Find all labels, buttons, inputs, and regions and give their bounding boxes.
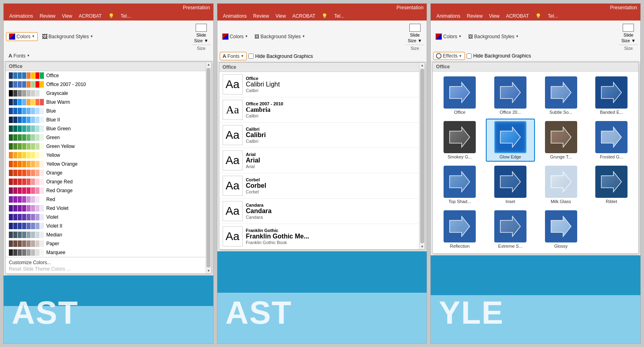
menu-tel-1[interactable]: Tel... — [118, 12, 133, 20]
colors-panel: Presentation Animations Review View ACRO… — [3, 3, 214, 344]
colors-button[interactable]: Colors ▼ — [6, 32, 38, 41]
menu-tel-3[interactable]: Tel... — [545, 12, 560, 20]
font-item[interactable]: AaArialArialArial — [219, 148, 425, 173]
effect-item[interactable]: Glossy — [537, 208, 586, 251]
color-item[interactable]: Orange Red — [6, 177, 211, 186]
scroll-up-1[interactable]: ▲ — [206, 62, 211, 67]
effect-item[interactable]: Banded E... — [587, 74, 636, 117]
effect-item[interactable]: Office 20... — [486, 74, 535, 117]
font-item[interactable]: AaFranklin GothicFranklin Gothic Me...Fr… — [219, 224, 425, 249]
color-item[interactable]: Red — [6, 195, 211, 204]
colors-button-2[interactable]: Colors ▼ — [220, 33, 251, 41]
effect-item[interactable]: Extreme S... — [486, 208, 535, 251]
color-item[interactable]: Marquee — [6, 248, 211, 257]
background-styles-button-3[interactable]: 🖼 Background Styles ▼ — [466, 33, 521, 40]
effect-item[interactable]: Inset — [486, 163, 535, 206]
title-bar-3: Presentation — [431, 4, 640, 12]
effect-item[interactable]: Riblet — [587, 163, 636, 206]
fonts-arrow-active: ▼ — [241, 54, 244, 58]
color-item[interactable]: Yellow — [6, 151, 211, 160]
hide-bg-checkbox-3[interactable] — [466, 53, 472, 59]
effect-thumbnail — [595, 166, 627, 198]
color-item[interactable]: Violet II — [6, 222, 211, 230]
effect-item[interactable]: Grunge T... — [537, 119, 586, 162]
slide-size-section: Slide Size ▼ Size — [192, 22, 211, 51]
font-item[interactable]: AaOffice 2007 - 2010CambriaCalibri — [219, 97, 425, 123]
effect-item[interactable]: Smokey G... — [435, 119, 484, 162]
color-item[interactable]: Red Orange — [6, 186, 211, 195]
color-item[interactable]: Office — [6, 71, 211, 80]
hide-bg-checkbox-2[interactable] — [248, 53, 254, 59]
effect-item[interactable]: Top Shad... — [435, 163, 484, 206]
effect-label: Inset — [506, 199, 515, 204]
color-item[interactable]: Red Violet — [6, 204, 211, 213]
effect-item[interactable]: Glow Edge — [486, 119, 535, 162]
color-item-name: Yellow Orange — [46, 161, 78, 167]
scroll-down-1[interactable]: ▼ — [206, 268, 211, 273]
color-item[interactable]: Green Yellow — [6, 142, 211, 151]
menu-view-3[interactable]: View — [487, 12, 502, 20]
slide-size-button[interactable]: Slide Size ▼ — [192, 22, 211, 45]
colors-button-3[interactable]: Colors ▼ — [433, 33, 464, 41]
effect-item[interactable]: Frosted G... — [587, 119, 636, 162]
menu-view-1[interactable]: View — [60, 12, 75, 20]
font-info: Franklin GothicFranklin Gothic Me...Fran… — [246, 228, 309, 245]
menu-view-2[interactable]: View — [273, 12, 288, 20]
slide-size-label2: Size ▼ — [194, 38, 208, 43]
slide-size-button-3[interactable]: Slide Size ▼ — [619, 22, 638, 45]
title-bar-1: Presentation — [4, 4, 213, 12]
menu-animations-1[interactable]: Animations — [7, 12, 35, 20]
color-item[interactable]: Green — [6, 133, 211, 142]
font-item[interactable]: AaCandaraCandaraCandara — [219, 199, 425, 224]
background-styles-button[interactable]: 🖼 Background Styles ▼ — [39, 33, 96, 41]
effects-button-active[interactable]: Effects ▼ — [433, 52, 464, 60]
font-item[interactable]: AaCorbelCorbelCorbel — [219, 173, 425, 199]
color-item[interactable]: Paper — [6, 239, 211, 248]
color-item[interactable]: Blue Green — [6, 124, 211, 133]
effect-label: Grunge T... — [550, 154, 572, 159]
color-item[interactable]: Blue — [6, 107, 211, 115]
color-item[interactable]: Median — [6, 230, 211, 239]
menu-review-3[interactable]: Review — [464, 12, 485, 20]
size-section-label-2: Size — [405, 45, 424, 51]
effect-item[interactable]: Milk Glass — [537, 163, 586, 206]
scroll-up-2[interactable]: ▲ — [420, 63, 425, 68]
font-item[interactable]: AaOfficeCalibri LightCalibri — [219, 72, 425, 97]
font-item[interactable]: AaCalibriCalibriCalibri — [219, 123, 425, 148]
menu-acrobat-1[interactable]: ACROBAT — [76, 12, 104, 20]
effect-item[interactable]: Office — [435, 74, 484, 117]
menu-review-2[interactable]: Review — [251, 12, 271, 20]
color-item[interactable]: Yellow Orange — [6, 160, 211, 168]
color-item[interactable]: Violet — [6, 213, 211, 222]
menu-review-1[interactable]: Review — [37, 12, 58, 20]
menu-tel-2[interactable]: Tel... — [332, 12, 347, 20]
svg-marker-9 — [500, 172, 520, 192]
effect-item[interactable]: Reflection — [435, 208, 484, 251]
fonts-button-1[interactable]: A Fonts ▼ — [6, 52, 32, 60]
color-item[interactable]: Office 2007 - 2010 — [6, 80, 211, 89]
effect-thumbnail — [444, 76, 476, 109]
color-item[interactable]: Blue Warm — [6, 98, 211, 107]
effect-item[interactable]: Subtle So... — [537, 74, 586, 117]
scrollbar-2[interactable]: ▲ ▼ — [419, 63, 425, 249]
menu-acrobat-3[interactable]: ACROBAT — [504, 12, 531, 20]
ribbon-row2-1: A Fonts ▼ — [6, 52, 211, 60]
more-link[interactable]: ... — [66, 265, 70, 273]
font-body: Calibri — [246, 88, 280, 93]
slide-size-button-2[interactable]: Slide Size ▼ — [405, 22, 424, 45]
svg-marker-13 — [500, 216, 520, 236]
color-item[interactable]: Orange — [6, 168, 211, 177]
menu-acrobat-2[interactable]: ACROBAT — [290, 12, 318, 20]
background-styles-button-2[interactable]: 🖼 Background Styles ▼ — [252, 33, 308, 40]
menu-animations-2[interactable]: Animations — [221, 12, 249, 20]
scroll-down-2[interactable]: ▼ — [420, 244, 425, 249]
color-item[interactable]: Grayscale — [6, 89, 211, 98]
effects-dropdown: Office Office Office 20... Subtle So... — [432, 62, 639, 254]
color-item[interactable]: Blue II — [6, 115, 211, 124]
menu-animations-3[interactable]: Animations — [434, 12, 462, 20]
font-body: Franklin Gothic Book — [246, 240, 309, 245]
scrollbar-1[interactable]: ▲ ▼ — [206, 62, 211, 273]
effects-icon-active — [436, 53, 442, 59]
effect-label: Subtle So... — [549, 110, 572, 115]
fonts-button-active[interactable]: A Fonts ▼ — [220, 52, 247, 60]
